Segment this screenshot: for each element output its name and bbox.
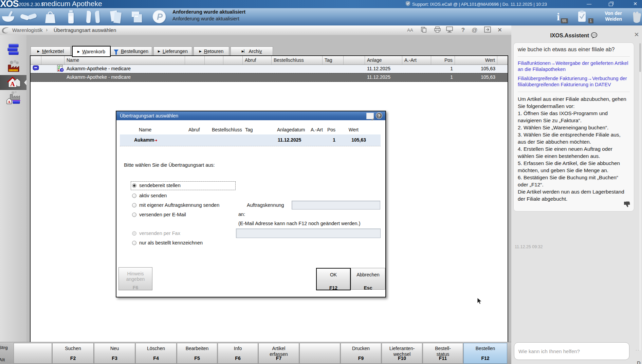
- assistant-links: Filialfunktionen→Weitergabe der geliefer…: [518, 57, 630, 92]
- svg-text:A: A: [8, 100, 11, 104]
- close-button[interactable]: ✕: [631, 1, 640, 7]
- radio-email[interactable]: versenden per E-Mail: [132, 211, 186, 218]
- tab-warenkorb[interactable]: ▶ Warenkorb: [72, 46, 111, 57]
- help-icon[interactable]: ?: [459, 26, 467, 34]
- dialog-note-icon[interactable]: [366, 113, 374, 119]
- radio-nur-bestellt[interactable]: nur als bestellt kennzeichnen: [132, 239, 203, 246]
- documents-icon[interactable]: [109, 10, 123, 24]
- table-row-selected[interactable]: Aukamm-Apotheke - medicare 11.12.2025 1 …: [31, 73, 508, 82]
- ecall-icon[interactable]: @: [471, 26, 479, 34]
- fn-loeschen-f4[interactable]: LöschenF4: [135, 343, 177, 364]
- gloves-icon[interactable]: [84, 10, 102, 24]
- assistant-scrollbar[interactable]: [639, 43, 641, 350]
- main-toolbar: P Anforderung wurde aktualisiert Anforde…: [0, 8, 642, 25]
- dialog-help-icon[interactable]: ?: [376, 112, 382, 119]
- tab-retouren[interactable]: ▶ Retouren: [194, 47, 229, 56]
- col-anlage[interactable]: Anlage: [365, 56, 402, 65]
- notification-text: Anforderung wurde aktualisiert: [172, 16, 245, 21]
- fn-drucken-f9[interactable]: DruckenF9: [341, 343, 381, 364]
- function-key-bar: Strg Alt SuchenF2 NeuF3 LöschenF4 Bearbe…: [0, 342, 511, 364]
- col-pos[interactable]: Pos: [431, 56, 455, 65]
- row-pos: 1: [431, 65, 455, 73]
- col-aart[interactable]: A.-Art: [402, 56, 431, 65]
- rail-item-pharmacy-selected[interactable]: A: [0, 75, 26, 90]
- bottle-icon[interactable]: [66, 10, 76, 24]
- print-icon[interactable]: [433, 26, 441, 34]
- col-wert[interactable]: Wert: [455, 56, 497, 65]
- minimize-button[interactable]: —: [585, 1, 593, 7]
- radio-auftragskennung[interactable]: mit eigener Auftragskennung senden: [132, 202, 219, 208]
- row-wert: 105,63: [455, 73, 497, 81]
- fn-empty-1: [14, 343, 52, 364]
- col-icon1[interactable]: [31, 56, 41, 65]
- svg-text:?: ?: [61, 69, 63, 72]
- tab-lieferungen[interactable]: ▶ Lieferungen: [153, 47, 192, 56]
- fn-suchen-f2[interactable]: SuchenF2: [52, 343, 94, 364]
- rail-item-supplier[interactable]: [0, 59, 26, 74]
- tab-bestellungen[interactable]: Bestellungen: [110, 47, 152, 56]
- screen-print-icon[interactable]: [445, 26, 454, 34]
- fax-input[interactable]: [236, 229, 381, 238]
- ok-button[interactable]: OK F12: [316, 268, 351, 290]
- ixos-assistant-panel: IXOS.Assistent ✕ wie buche ich etwas aus…: [511, 25, 642, 364]
- copy-icon[interactable]: [420, 26, 428, 34]
- user-name: Von der Weiden: [598, 11, 622, 22]
- font-size-icon[interactable]: AA: [406, 26, 414, 34]
- rail-item-crates[interactable]: [0, 42, 26, 57]
- radio-sendebereit[interactable]: sendebereit stellen: [132, 182, 181, 189]
- col-bestellschluss[interactable]: Bestellschluss: [272, 56, 323, 65]
- auftragskennung-input[interactable]: [292, 201, 380, 210]
- tab-archiv[interactable]: ▶▏ Archiv: [231, 47, 273, 56]
- window-switch-icon[interactable]: [483, 26, 492, 34]
- restore-button[interactable]: [606, 1, 615, 7]
- table-row[interactable]: ? Aukamm-Apotheke - medicare 11.12.2025 …: [31, 65, 508, 73]
- radio-icon[interactable]: [132, 241, 136, 245]
- bag-icon[interactable]: [44, 10, 56, 24]
- dialog-prompt: Bitte wählen Sie die Übertragungsart aus…: [124, 162, 215, 168]
- fn-bearbeiten-f5[interactable]: BearbeitenF5: [177, 343, 217, 364]
- fn-neu-f3[interactable]: NeuF3: [94, 343, 135, 364]
- col-icon2[interactable]: [41, 56, 65, 65]
- fn-info-f6[interactable]: InfoF6: [218, 343, 258, 364]
- info-icon[interactable]: i 55: [555, 11, 564, 24]
- p-logo-icon[interactable]: P: [152, 10, 167, 24]
- thumbs-down-icon[interactable]: [623, 201, 630, 209]
- svg-text:P: P: [157, 12, 163, 22]
- dialog-title: Übertragungsart auswählen: [120, 113, 178, 119]
- tasks-clipboard-icon[interactable]: 1: [577, 10, 587, 24]
- assistant-link[interactable]: Filialübergreifende Fakturierung→Verbuch…: [518, 75, 630, 88]
- assistant-chat-input[interactable]: [514, 342, 629, 360]
- checklist-status-icon: ?: [41, 65, 65, 73]
- fn-bestellen-f12[interactable]: BestellenF12: [463, 343, 507, 364]
- app-version: 2026.2.30.5: [19, 2, 44, 7]
- handshake-icon[interactable]: [19, 10, 38, 24]
- dlg-col-anlagedatum: Anlagedatum: [277, 127, 305, 132]
- assistant-link[interactable]: Filialfunktionen→Weitergabe der geliefer…: [518, 60, 630, 72]
- info-count-badge[interactable]: 55: [561, 18, 568, 23]
- col-abruf[interactable]: Abruf: [243, 56, 272, 65]
- scrollbar-thumb[interactable]: [639, 43, 641, 72]
- card-file-icon[interactable]: [130, 10, 144, 24]
- shield-check-icon: [406, 1, 410, 7]
- dialog-title-bar: Übertragungsart auswählen ?: [116, 111, 385, 120]
- tab-merkzettel[interactable]: ▶ Merkzettel: [31, 47, 71, 56]
- radio-icon[interactable]: [132, 213, 136, 217]
- abbrechen-button[interactable]: Abbrechen Esc: [351, 268, 385, 290]
- radio-icon[interactable]: [132, 183, 136, 188]
- radio-icon[interactable]: [132, 203, 136, 207]
- col-name[interactable]: Name: [65, 56, 185, 65]
- fn-lieferantenwechsel-f10[interactable]: Lieferanten-wechselF10: [382, 343, 422, 364]
- factory-icon: [6, 60, 20, 74]
- radio-icon[interactable]: [132, 194, 136, 198]
- notification-area: Anforderung wurde aktualisiert Anforderu…: [172, 9, 245, 21]
- fn-artikel-erfassen-f7[interactable]: ArtikelerfassenF7: [258, 343, 299, 364]
- assistant-close-icon[interactable]: ✕: [633, 31, 640, 38]
- rail-item-branch-transfer[interactable]: A: [0, 91, 26, 106]
- radio-aktiv-senden[interactable]: aktiv senden: [132, 192, 167, 199]
- breadcrumb-section[interactable]: Warenlogistik: [12, 27, 42, 33]
- col-tag[interactable]: Tag: [323, 56, 344, 65]
- tasks-count-badge[interactable]: 1: [588, 18, 593, 23]
- fn-bestellstatus-f11[interactable]: Bestell-statusF11: [423, 343, 463, 364]
- close-view-icon[interactable]: ✕: [496, 26, 504, 34]
- mortar-pestle-icon[interactable]: [1, 10, 16, 24]
